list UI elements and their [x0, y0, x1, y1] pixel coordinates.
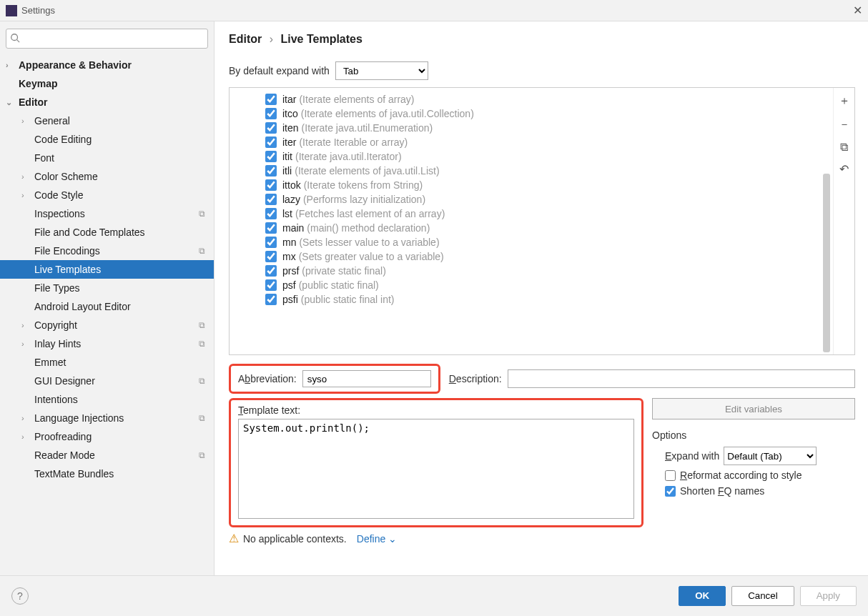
project-icon: ⧉ — [199, 376, 205, 386]
shorten-checkbox[interactable] — [665, 486, 676, 497]
remove-icon[interactable]: － — [839, 117, 850, 132]
sidebar: ›Appearance & BehaviorKeymap⌄Editor›Gene… — [0, 21, 214, 575]
default-expand-label: By default expand with — [229, 65, 330, 76]
template-checkbox[interactable] — [265, 179, 277, 191]
sidebar-item-proofreading[interactable]: ›Proofreading — [0, 427, 214, 446]
reformat-checkbox[interactable] — [665, 470, 676, 481]
template-abbr: itit — [282, 151, 292, 162]
template-item-iten[interactable]: iten (Iterate java.util.Enumeration) — [230, 121, 833, 135]
template-item-itco[interactable]: itco (Iterate elements of java.util.Coll… — [230, 106, 833, 121]
template-checkbox[interactable] — [265, 122, 277, 134]
template-item-psfi[interactable]: psfi (public static final int) — [230, 292, 833, 307]
contexts-text: No applicable contexts. — [243, 533, 347, 545]
sidebar-item-keymap[interactable]: Keymap — [0, 74, 214, 93]
ok-button[interactable]: OK — [679, 586, 726, 606]
apply-button[interactable]: Apply — [800, 586, 857, 606]
template-item-itit[interactable]: itit (Iterate java.util.Iterator) — [230, 149, 833, 164]
sidebar-item-font[interactable]: Font — [0, 149, 214, 167]
template-checkbox[interactable] — [265, 251, 277, 262]
template-checkbox[interactable] — [265, 108, 277, 119]
template-desc: (public static final) — [299, 279, 379, 291]
template-checkbox[interactable] — [265, 194, 277, 205]
project-icon: ⧉ — [199, 413, 205, 423]
sidebar-item-code-style[interactable]: ›Code Style — [0, 186, 214, 204]
template-item-lst[interactable]: lst (Fetches last element of an array) — [230, 207, 833, 221]
sidebar-item-color-scheme[interactable]: ›Color Scheme — [0, 167, 214, 186]
sidebar-item-label: Emmet — [34, 357, 66, 368]
search-input[interactable] — [6, 29, 208, 49]
default-expand-select[interactable]: Tab — [335, 61, 428, 80]
template-checkbox[interactable] — [265, 294, 277, 305]
sidebar-item-inlay-hints[interactable]: ›Inlay Hints⧉ — [0, 334, 214, 353]
abbreviation-input[interactable] — [302, 370, 431, 387]
template-item-mx[interactable]: mx (Sets greater value to a variable) — [230, 249, 833, 264]
template-right-column: Edit variables Options Expand with Defau… — [652, 398, 855, 527]
close-icon[interactable]: ✕ — [853, 4, 862, 17]
template-item-main[interactable]: main (main() method declaration) — [230, 221, 833, 235]
template-checkbox[interactable] — [265, 265, 277, 277]
scrollbar[interactable] — [823, 174, 830, 352]
sidebar-item-language-injections[interactable]: ›Language Injections⧉ — [0, 409, 214, 427]
template-abbr: itli — [282, 165, 292, 177]
sidebar-item-intentions[interactable]: Intentions — [0, 390, 214, 409]
template-checkbox[interactable] — [265, 165, 277, 177]
template-item-prsf[interactable]: prsf (private static final) — [230, 264, 833, 278]
template-item-psf[interactable]: psf (public static final) — [230, 278, 833, 292]
template-checkbox[interactable] — [265, 136, 277, 148]
sidebar-item-file-and-code-templates[interactable]: File and Code Templates — [0, 223, 214, 242]
sidebar-item-live-templates[interactable]: Live Templates — [0, 260, 214, 279]
expand-with-select[interactable]: Default (Tab) — [724, 447, 817, 465]
template-checkbox[interactable] — [265, 237, 277, 248]
sidebar-item-label: Editor — [19, 96, 47, 108]
template-item-mn[interactable]: mn (Sets lesser value to a variable) — [230, 235, 833, 249]
sidebar-item-appearance-behavior[interactable]: ›Appearance & Behavior — [0, 56, 214, 74]
chevron-icon: › — [21, 339, 24, 348]
sidebar-item-emmet[interactable]: Emmet — [0, 353, 214, 372]
template-item-itar[interactable]: itar (Iterate elements of array) — [230, 92, 833, 106]
sidebar-item-file-encodings[interactable]: File Encodings⧉ — [0, 242, 214, 260]
project-icon: ⧉ — [199, 209, 205, 219]
template-desc: (Sets greater value to a variable) — [299, 251, 444, 262]
breadcrumb-separator: › — [270, 33, 273, 45]
copy-icon[interactable]: ⧉ — [840, 141, 848, 154]
sidebar-item-copyright[interactable]: ›Copyright⧉ — [0, 316, 214, 334]
sidebar-item-reader-mode[interactable]: Reader Mode⧉ — [0, 446, 214, 465]
edit-variables-button[interactable]: Edit variables — [652, 398, 855, 419]
settings-tree: ›Appearance & BehaviorKeymap⌄Editor›Gene… — [0, 56, 214, 575]
template-text-input[interactable] — [238, 419, 634, 519]
sidebar-item-general[interactable]: ›General — [0, 111, 214, 130]
define-link[interactable]: Define ⌄ — [357, 533, 397, 545]
template-desc: (public static final int) — [301, 294, 395, 305]
template-item-iter[interactable]: iter (Iterate Iterable or array) — [230, 135, 833, 149]
help-button[interactable]: ? — [11, 587, 29, 605]
cancel-button[interactable]: Cancel — [731, 586, 794, 606]
sidebar-item-label: TextMate Bundles — [34, 468, 114, 480]
template-checkbox[interactable] — [265, 222, 277, 234]
breadcrumb-part: Live Templates — [280, 33, 362, 45]
sidebar-item-gui-designer[interactable]: GUI Designer⧉ — [0, 372, 214, 390]
template-checkbox[interactable] — [265, 94, 277, 105]
sidebar-item-label: Intentions — [34, 394, 78, 405]
sidebar-item-textmate-bundles[interactable]: TextMate Bundles — [0, 465, 214, 483]
sidebar-item-file-types[interactable]: File Types — [0, 279, 214, 297]
sidebar-item-label: Inlay Hints — [34, 338, 81, 349]
template-item-ittok[interactable]: ittok (Iterate tokens from String) — [230, 178, 833, 192]
template-item-lazy[interactable]: lazy (Performs lazy initialization) — [230, 192, 833, 207]
add-icon[interactable]: ＋ — [839, 94, 850, 109]
template-checkbox[interactable] — [265, 279, 277, 291]
abbreviation-group: Abbreviation: — [229, 364, 440, 394]
description-input[interactable] — [508, 369, 855, 388]
sidebar-item-editor[interactable]: ⌄Editor — [0, 93, 214, 111]
templates-box: itar (Iterate elements of array)itco (It… — [229, 87, 855, 355]
template-checkbox[interactable] — [265, 208, 277, 219]
revert-icon[interactable]: ↶ — [839, 162, 849, 176]
sidebar-item-android-layout-editor[interactable]: Android Layout Editor — [0, 297, 214, 316]
template-item-itli[interactable]: itli (Iterate elements of java.util.List… — [230, 164, 833, 178]
content-pane: Editor › Live Templates By default expan… — [214, 21, 868, 575]
templates-list: itar (Iterate elements of array)itco (It… — [230, 88, 833, 354]
sidebar-item-inspections[interactable]: Inspections⧉ — [0, 204, 214, 223]
sidebar-item-code-editing[interactable]: Code Editing — [0, 130, 214, 149]
chevron-icon: › — [6, 61, 9, 69]
template-checkbox[interactable] — [265, 151, 277, 162]
template-desc: (Iterate elements of java.util.List) — [295, 165, 439, 177]
